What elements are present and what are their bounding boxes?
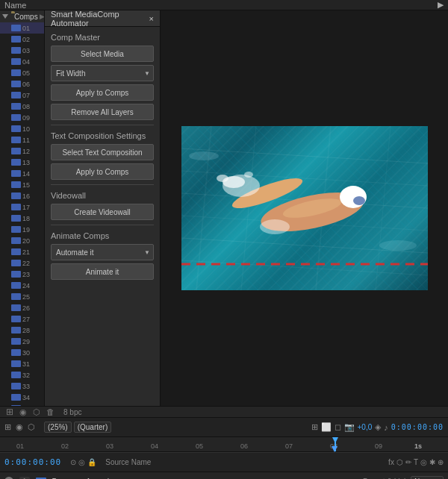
automate-select[interactable]: Automate it Manual Auto [51,244,154,260]
select-text-comp-button[interactable]: Select Text Composition [51,144,154,160]
apply-to-comps2-button[interactable]: Apply to Comps [51,163,154,180]
comp-icon-30 [11,349,21,356]
videowall-label: Videowall [51,191,154,200]
file-item-13[interactable]: 13 [0,157,44,168]
file-item-10[interactable]: 10 [0,123,44,134]
bottom-toolbar: 0:00:00:00 ⊙ ◎ 🔒 Source Name fx ⬡ ✏ T ◎ … [0,452,448,479]
comp-icon-27 [11,316,21,322]
file-item-31[interactable]: 31 [0,358,44,369]
file-item-03[interactable]: 03 [0,45,44,56]
audio-icon[interactable]: ♪ [384,423,388,432]
svg-point-22 [379,240,417,251]
file-item-18[interactable]: 18 [0,213,44,224]
file-item-27[interactable]: 27 [0,313,44,325]
file-item-16[interactable]: 16 [0,190,44,201]
file-item-02[interactable]: 02 [0,34,44,45]
file-item-01[interactable]: 01 [0,22,44,34]
parent-select[interactable]: None [411,476,444,479]
paint-icon[interactable]: ✏ [405,458,411,466]
timeline-icon2[interactable]: ◉ [16,422,23,432]
bbar-icon3[interactable]: ⬡ [33,407,40,417]
file-item-29[interactable]: 29 [0,336,44,347]
camera-icon[interactable]: 📷 [344,422,355,432]
bbar-trash-icon[interactable]: 🗑 [46,407,55,416]
timeline-icon3[interactable]: ⬡ [28,422,35,432]
mask-ctrl-icon[interactable]: ⬡ [396,458,403,466]
select-media-button[interactable]: Select Media [51,46,154,62]
create-videowall-button[interactable]: Create Videowall [51,204,154,220]
ruler-mark-06: 06 [240,442,248,450]
comp-icon-11 [11,137,21,143]
grid-icon[interactable]: ⊞ [311,422,318,432]
fit-width-select[interactable]: Fit Width Fit Height Stretch Crop [51,65,154,81]
file-item-32[interactable]: 32 [0,369,44,381]
lock-icon[interactable]: 🔒 [87,458,96,466]
puppet-icon[interactable]: ✱ [429,458,435,466]
water-ripples-svg [181,126,428,290]
quality-display[interactable]: (Quarter) [74,422,112,433]
text-icon[interactable]: T [414,458,418,466]
file-item-34[interactable]: 34 [0,392,44,403]
file-item-05[interactable]: 05 [0,67,44,78]
file-item-09[interactable]: 09 [0,112,44,123]
file-item-19[interactable]: 19 [0,224,44,235]
comp-num-03: 03 [22,47,30,54]
file-item-07[interactable]: 07 [0,90,44,101]
panel-close-button[interactable]: × [149,14,154,23]
mask-icon[interactable]: ◻ [335,422,341,432]
svg-point-21 [189,151,219,160]
track-icon[interactable]: ◎ [420,458,427,466]
file-item-25[interactable]: 25 [0,291,44,302]
fit-width-wrapper: Fit Width Fit Height Stretch Crop [51,65,154,81]
svg-line-6 [196,126,211,290]
comps-folder[interactable]: Comps ▶ [0,10,44,22]
remove-all-layers-button[interactable]: Remove All Layers [51,104,154,120]
file-item-22[interactable]: 22 [0,257,44,269]
timeline-icon1[interactable]: ⊞ [4,422,11,432]
file-item-14[interactable]: 14 [0,168,44,179]
mute-icon[interactable]: ◎ [78,458,85,466]
file-item-23[interactable]: 23 [0,269,44,280]
scroll-right-arrow[interactable]: ▶ [438,0,444,10]
safe-zone-icon[interactable]: ⬜ [321,422,332,432]
file-item-28[interactable]: 28 [0,325,44,336]
solo-icon[interactable]: ⊙ [70,458,76,466]
comp-icon-12 [11,148,21,154]
source-name-label: Source Name [105,458,151,466]
file-item-12[interactable]: 12 [0,145,44,157]
comp-icon-13 [11,159,21,166]
file-item-17[interactable]: 17 [0,201,44,213]
bbar-icon1[interactable]: ⊞ [6,407,13,417]
ruler-marks: 01 02 03 04 05 06 07 08 09 1s [0,437,448,451]
zoom-display[interactable]: (25%) [44,422,72,433]
apply-to-comps-button[interactable]: Apply to Comps [51,84,154,101]
file-item-04[interactable]: 04 [0,56,44,67]
name-bar: Name ▶ [0,0,448,10]
comp-icon-23 [11,271,21,278]
bbar-icon2[interactable]: ◉ [19,407,27,417]
file-item-21[interactable]: 21 [0,246,44,257]
file-list: 02 03 04 05 [0,34,44,406]
animate-it-button[interactable]: Animate it [51,263,154,280]
file-item-30[interactable]: 30 [0,347,44,358]
render-icon[interactable]: ◈ [375,422,381,432]
file-item-06[interactable]: 06 [0,78,44,90]
file-item-08[interactable]: 08 [0,101,44,112]
comp-icon-21 [11,248,21,255]
comp-icon-28 [11,327,21,334]
file-item-26[interactable]: 26 [0,302,44,313]
svg-point-16 [217,175,228,182]
preview-image [181,126,428,290]
ruler-mark-01: 01 [16,442,24,450]
file-item-20[interactable]: 20 [0,235,44,246]
comp-num-17: 17 [22,204,30,211]
fx-icon[interactable]: fx [388,458,394,466]
file-item-33[interactable]: 33 [0,381,44,392]
timeline-ruler[interactable]: 01 02 03 04 05 06 07 08 09 1s [0,437,448,452]
comp-num-04: 04 [22,58,30,66]
roto-icon[interactable]: ⊕ [438,458,444,466]
file-item-24[interactable]: 24 [0,280,44,291]
comp-icon-18 [11,215,21,222]
file-item-15[interactable]: 15 [0,179,44,190]
file-item-11[interactable]: 11 [0,134,44,145]
